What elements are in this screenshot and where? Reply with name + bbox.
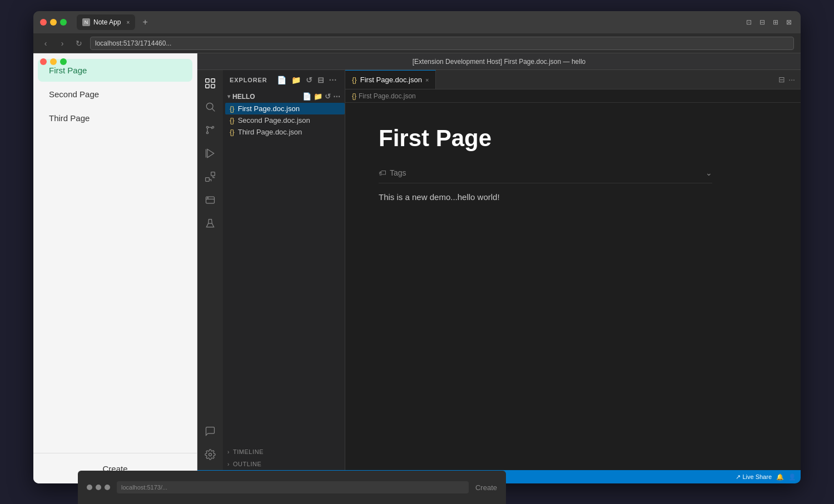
breadcrumb-file[interactable]: First Page.doc.json — [359, 92, 416, 100]
sidebar-title: EXPLORER — [230, 77, 267, 83]
vscode-close-button[interactable] — [40, 58, 47, 65]
activity-explorer-icon[interactable] — [200, 73, 221, 94]
statusbar-account-icon[interactable]: 👤 — [788, 473, 796, 481]
sidebar-file-label-2: Second Page.doc.json — [238, 116, 310, 124]
activity-bottom — [200, 420, 221, 468]
vscode-minimize-button[interactable] — [50, 58, 57, 65]
refresh-button[interactable]: ↻ — [73, 38, 85, 49]
sidebar-outline-section[interactable]: › OUTLINE — [223, 458, 345, 470]
svg-line-5 — [212, 109, 215, 112]
secondary-address: localhost:5173/... — [117, 481, 469, 493]
sidebar-file-second-page[interactable]: {} Second Page.doc.json — [225, 114, 345, 126]
section-refresh-icon[interactable]: ↺ — [325, 92, 331, 101]
secondary-create-label[interactable]: Create — [475, 483, 497, 492]
window-ctrl-4[interactable]: ⊠ — [784, 17, 794, 27]
sidebar-section-hello[interactable]: ▾ HELLO 📄 📁 ↺ ⋯ — [223, 90, 345, 103]
note-item-second-page[interactable]: Second Page — [38, 83, 192, 106]
browser-traffic-lights — [40, 19, 67, 26]
sidebar-section-actions: 📄 📁 ↺ ⋯ — [302, 92, 340, 101]
secondary-browser-bar: localhost:5173/... Create — [78, 471, 506, 504]
svg-rect-2 — [206, 84, 209, 88]
editor-tab-json-icon: {} — [352, 76, 357, 84]
sidebar-header: EXPLORER 📄 📁 ↺ ⊟ ··· — [223, 70, 345, 90]
editor-tabs: {} First Page.doc.json × ⊟ ··· — [345, 70, 801, 89]
activity-chat-icon[interactable] — [200, 421, 221, 442]
svg-point-8 — [206, 132, 208, 133]
browser-window-controls: ⊡ ⊟ ⊞ ⊠ — [744, 17, 794, 27]
tag-icon: 🏷 — [379, 168, 386, 177]
browser-content: First Page Second Page Third Page Create — [33, 53, 801, 483]
browser-close-button[interactable] — [40, 19, 47, 26]
vscode-title: [Extension Development Host] First Page.… — [413, 58, 585, 66]
sidebar-timeline-section[interactable]: › TIMELINE — [223, 446, 345, 458]
browser-window: N Note App × + ⊡ ⊟ ⊞ ⊠ ‹ › ↻ First Page — [33, 11, 801, 483]
editor-tab-actions: ⊟ ··· — [778, 70, 801, 89]
window-ctrl-1[interactable]: ⊡ — [744, 17, 754, 27]
breadcrumb-json-icon: {} — [352, 92, 356, 100]
svg-rect-0 — [206, 79, 209, 82]
svg-marker-9 — [207, 149, 214, 158]
editor-breadcrumb: {} First Page.doc.json — [345, 89, 801, 103]
page-body: This is a new demo...hello world! — [379, 192, 767, 202]
activity-test-icon[interactable] — [200, 213, 221, 234]
new-file-icon[interactable]: 📄 — [302, 92, 311, 101]
chevron-down-icon: ▾ — [227, 93, 230, 99]
window-ctrl-2[interactable]: ⊟ — [757, 17, 767, 27]
back-button[interactable]: ‹ — [40, 38, 51, 49]
new-tab-button[interactable]: + — [138, 16, 152, 29]
new-folder-icon[interactable]: 📁 — [314, 92, 322, 101]
note-list: First Page Second Page Third Page — [33, 53, 197, 453]
secondary-url: localhost:5173/... — [121, 484, 167, 491]
editor-tab-close-icon[interactable]: × — [425, 77, 429, 83]
sidebar-file-list: {} First Page.doc.json {} Second Page.do… — [223, 103, 345, 138]
activity-source-control-icon[interactable] — [200, 119, 221, 141]
forward-button[interactable]: › — [57, 38, 68, 49]
secondary-tl-3 — [105, 485, 110, 490]
secondary-tl-2 — [96, 485, 101, 490]
sidebar-file-first-page[interactable]: {} First Page.doc.json — [225, 103, 345, 114]
svg-point-7 — [212, 126, 214, 128]
tab-close-icon[interactable]: × — [126, 19, 130, 26]
note-item-third-page[interactable]: Third Page — [38, 107, 192, 129]
tab-label: Note App — [93, 18, 121, 26]
editor-area: {} First Page.doc.json × ⊟ ··· {} First … — [345, 70, 801, 470]
sidebar-collapse-icon[interactable]: ⊟ — [316, 74, 326, 86]
activity-extensions-icon[interactable] — [200, 166, 221, 187]
tags-chevron-icon[interactable]: ⌄ — [706, 168, 712, 177]
live-share-label: Live Share — [742, 473, 772, 480]
more-actions-icon[interactable]: ··· — [788, 75, 795, 84]
sidebar-file-third-page[interactable]: {} Third Page.doc.json — [225, 126, 345, 138]
sidebar-bottom-sections: › TIMELINE › OUTLINE — [223, 446, 345, 470]
activity-settings-icon[interactable] — [200, 444, 221, 465]
statusbar-right: ↗ Live Share 🔔 👤 — [736, 473, 796, 481]
tab-favicon: N — [82, 18, 90, 26]
window-ctrl-3[interactable]: ⊞ — [771, 17, 781, 27]
vscode-maximize-button[interactable] — [60, 58, 67, 65]
vscode-sidebar: EXPLORER 📄 📁 ↺ ⊟ ··· ▾ HELLO — [223, 70, 345, 470]
section-more-icon[interactable]: ⋯ — [333, 92, 340, 101]
json-file-icon-3: {} — [230, 128, 235, 136]
editor-tab-first-page[interactable]: {} First Page.doc.json × — [345, 70, 436, 89]
activity-run-icon[interactable] — [200, 143, 221, 164]
secondary-tl-1 — [87, 485, 92, 490]
sidebar-new-file-icon[interactable]: 📄 — [276, 74, 288, 86]
tags-label: Tags — [390, 168, 406, 177]
browser-maximize-button[interactable] — [60, 19, 67, 26]
sidebar-more-icon[interactable]: ··· — [328, 74, 338, 86]
live-share-button[interactable]: ↗ Live Share — [736, 473, 772, 481]
activity-remote-icon[interactable] — [200, 189, 221, 211]
activity-bar — [197, 70, 223, 470]
browser-tab-note-app[interactable]: N Note App × — [77, 14, 135, 30]
json-file-icon: {} — [230, 104, 235, 113]
sidebar-new-folder-icon[interactable]: 📁 — [290, 74, 302, 86]
sidebar-refresh-icon[interactable]: ↺ — [305, 74, 314, 86]
address-bar[interactable] — [90, 37, 794, 50]
activity-search-icon[interactable] — [200, 96, 221, 117]
split-editor-icon[interactable]: ⊟ — [778, 75, 785, 84]
vscode-inner: EXPLORER 📄 📁 ↺ ⊟ ··· ▾ HELLO — [197, 70, 801, 470]
browser-minimize-button[interactable] — [50, 19, 57, 26]
svg-rect-3 — [211, 84, 215, 88]
vscode-area: [Extension Development Host] First Page.… — [197, 53, 801, 483]
statusbar-bell-icon[interactable]: 🔔 — [776, 473, 784, 481]
tags-section[interactable]: 🏷 Tags ⌄ — [379, 168, 712, 183]
